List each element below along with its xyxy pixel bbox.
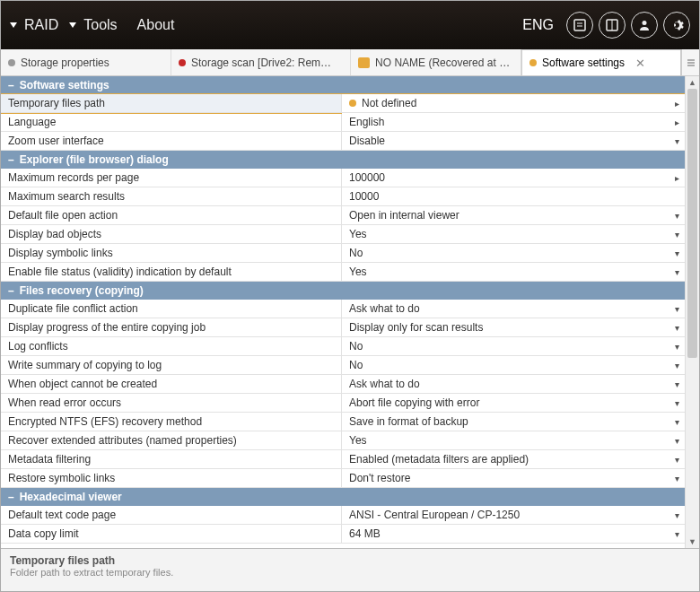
section-title: Files recovery (copying) <box>20 284 144 297</box>
section-header[interactable]: –Explorer (file browser) dialog <box>1 151 685 169</box>
setting-value[interactable]: No▾ <box>342 337 685 355</box>
setting-row[interactable]: Recover extended attributes (named prope… <box>1 431 685 450</box>
settings-grid: –Software settingsTemporary files pathNo… <box>1 76 699 548</box>
setting-key: Write summary of copying to log <box>1 356 342 374</box>
chevron-down-icon: ▾ <box>675 455 679 465</box>
setting-value-text: Yes <box>349 228 367 240</box>
setting-value[interactable]: Yes▾ <box>342 225 685 243</box>
setting-key: Display progress of the entire copying j… <box>1 318 342 336</box>
setting-row[interactable]: When read error occursAbort file copying… <box>1 394 685 413</box>
menu: RAID Tools About <box>10 13 183 37</box>
columns-icon[interactable] <box>599 12 626 39</box>
setting-value[interactable]: Enabled (metadata filters are applied)▾ <box>342 450 685 468</box>
setting-value[interactable]: Ask what to do▾ <box>342 375 685 393</box>
tab-storage-scan[interactable]: Storage scan [Drive2: Remov... <box>171 49 351 75</box>
user-icon[interactable] <box>631 12 658 39</box>
chevron-down-icon: ▾ <box>675 323 679 333</box>
section-header[interactable]: –Software settings <box>1 76 685 94</box>
setting-value[interactable]: English▸ <box>342 113 685 131</box>
menu-about[interactable]: About <box>128 13 184 37</box>
section-header[interactable]: –Hexadecimal viewer <box>1 488 685 506</box>
section-header[interactable]: –Files recovery (copying) <box>1 282 685 300</box>
folder-icon <box>358 57 370 68</box>
setting-value-text: Yes <box>349 434 367 447</box>
language-selector[interactable]: ENG <box>522 17 554 33</box>
setting-value[interactable]: Open in internal viewer▾ <box>342 206 685 224</box>
status-dot-icon <box>349 100 356 107</box>
setting-key: Restore symbolic links <box>1 469 342 487</box>
setting-row[interactable]: Zoom user interfaceDisable▾ <box>1 132 685 151</box>
setting-value[interactable]: 64 MB▾ <box>342 525 685 543</box>
setting-value[interactable]: Save in format of backup▾ <box>342 413 685 431</box>
svg-rect-0 <box>574 20 585 30</box>
setting-row[interactable]: Restore symbolic linksDon't restore▾ <box>1 469 685 488</box>
setting-row[interactable]: Maximum search results10000 <box>1 187 685 206</box>
setting-row[interactable]: Maximum records per page100000▸ <box>1 169 685 187</box>
setting-key: Recover extended attributes (named prope… <box>1 431 342 449</box>
setting-row[interactable]: Log conflictsNo▾ <box>1 337 685 356</box>
setting-row[interactable]: When object cannot be createdAsk what to… <box>1 375 685 394</box>
tabs-bar: Storage properties Storage scan [Drive2:… <box>1 49 699 76</box>
help-title: Temporary files path <box>10 554 690 567</box>
scroll-down-icon[interactable]: ▼ <box>686 535 699 548</box>
setting-value[interactable]: No▾ <box>342 244 685 262</box>
setting-row[interactable]: Default file open actionOpen in internal… <box>1 206 685 225</box>
document-icon[interactable] <box>566 12 593 39</box>
setting-row[interactable]: Enable file status (validity) indication… <box>1 263 685 282</box>
setting-value[interactable]: Yes▾ <box>342 431 685 449</box>
setting-value[interactable]: Display only for scan results▾ <box>342 318 685 336</box>
scroll-up-icon[interactable]: ▲ <box>686 76 699 89</box>
setting-value[interactable]: Don't restore▾ <box>342 469 685 487</box>
setting-value[interactable]: No▾ <box>342 356 685 374</box>
setting-key: Display bad objects <box>1 225 342 243</box>
setting-key: Maximum search results <box>1 187 342 205</box>
chevron-down-icon: ▾ <box>675 474 679 483</box>
tabs-overflow-button[interactable] <box>681 49 699 75</box>
setting-row[interactable]: LanguageEnglish▸ <box>1 113 685 132</box>
setting-row[interactable]: Data copy limit64 MB▾ <box>1 525 685 544</box>
setting-value[interactable]: Yes▾ <box>342 263 685 281</box>
menu-dropdown-arrow-icon <box>10 22 17 28</box>
collapse-icon: – <box>8 491 14 503</box>
tab-software-settings[interactable]: Software settings ✕ <box>521 49 681 75</box>
setting-key: Encrypted NTFS (EFS) recovery method <box>1 413 342 431</box>
setting-key: Default text code page <box>1 506 342 524</box>
setting-row[interactable]: Metadata filteringEnabled (metadata filt… <box>1 450 685 469</box>
chevron-down-icon: ▾ <box>675 436 679 446</box>
setting-value[interactable]: Abort file copying with error▾ <box>342 394 685 412</box>
gear-icon[interactable] <box>663 12 690 39</box>
collapse-icon: – <box>8 79 14 91</box>
setting-key: Language <box>1 113 342 131</box>
setting-row[interactable]: Display progress of the entire copying j… <box>1 318 685 337</box>
setting-row[interactable]: Display bad objectsYes▾ <box>1 225 685 244</box>
tab-storage-properties[interactable]: Storage properties <box>1 49 171 75</box>
setting-value[interactable]: Ask what to do▾ <box>342 300 685 318</box>
menu-raid[interactable]: RAID <box>22 13 67 37</box>
chevron-down-icon: ▾ <box>675 136 679 146</box>
setting-value-text: No <box>349 340 363 353</box>
setting-value[interactable]: 100000▸ <box>342 169 685 187</box>
menu-tools[interactable]: Tools <box>82 13 126 37</box>
chevron-down-icon: ▾ <box>675 510 679 520</box>
scrollbar-thumb[interactable] <box>687 89 697 358</box>
section-title: Explorer (file browser) dialog <box>20 153 169 166</box>
chevron-down-icon: ▾ <box>675 379 679 389</box>
setting-value-text: Ask what to do <box>349 302 420 315</box>
setting-value[interactable]: 10000 <box>342 187 685 205</box>
close-icon[interactable]: ✕ <box>635 57 645 70</box>
collapse-icon: – <box>8 153 14 166</box>
setting-value[interactable]: Disable▾ <box>342 132 685 150</box>
status-dot-icon <box>8 59 15 66</box>
setting-row[interactable]: Display symbolic linksNo▾ <box>1 244 685 263</box>
vertical-scrollbar[interactable]: ▲ ▼ <box>685 76 699 548</box>
setting-row[interactable]: Duplicate file conflict actionAsk what t… <box>1 300 685 318</box>
setting-value[interactable]: Not defined▸ <box>342 94 685 112</box>
chevron-down-icon: ▾ <box>675 304 679 314</box>
setting-key: Duplicate file conflict action <box>1 300 342 318</box>
setting-row[interactable]: Encrypted NTFS (EFS) recovery methodSave… <box>1 413 685 431</box>
tab-recovered-volume[interactable]: NO NAME (Recovered at 0 o... <box>351 49 521 75</box>
setting-row[interactable]: Temporary files pathNot defined▸ <box>1 94 685 113</box>
setting-value[interactable]: ANSI - Central European / CP-1250▾ <box>342 506 685 524</box>
setting-row[interactable]: Write summary of copying to logNo▾ <box>1 356 685 375</box>
setting-row[interactable]: Default text code pageANSI - Central Eur… <box>1 506 685 525</box>
